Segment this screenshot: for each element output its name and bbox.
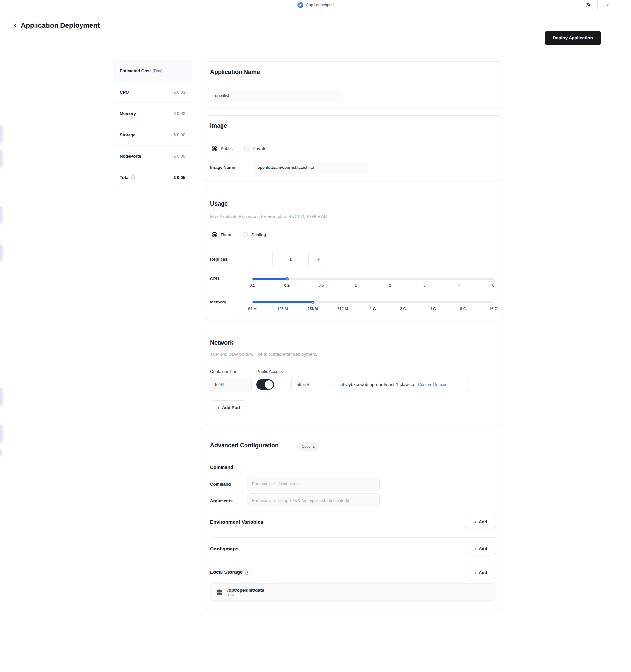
command-label: Command [210, 482, 231, 487]
usage-card: Usage Max Available Resources for Free p… [205, 189, 504, 320]
slider-tick-label: 8 [492, 284, 494, 287]
optional-badge: Optional [298, 442, 320, 451]
image-name-input[interactable] [258, 165, 364, 170]
usage-subtitle: Max Available Resources for Free plan: 4… [210, 214, 328, 219]
slider-tick-label: 128 M [277, 307, 288, 311]
plus-icon: + [473, 519, 476, 524]
public-radio-label: Public [220, 146, 233, 151]
cpu-slider-fill [252, 278, 287, 280]
cost-row-storage: Storage $ 0.00 [113, 124, 192, 145]
container-port-input[interactable] [215, 382, 247, 387]
network-title: Network [210, 339, 233, 346]
protocol-value: https:// [297, 382, 309, 387]
image-name-field [253, 161, 368, 174]
application-name-title: Application Name [210, 69, 260, 75]
application-name-card: Application Name [205, 62, 504, 109]
container-port-label: Container Port [210, 369, 238, 374]
fixed-radio-label: Fixed [220, 232, 231, 237]
minimize-button[interactable] [558, 0, 578, 10]
replicas-increment-button[interactable]: + [308, 252, 328, 267]
advanced-configuration-title: Advanced Configuration [210, 442, 279, 449]
private-radio[interactable] [244, 146, 250, 151]
cpu-slider[interactable] [252, 278, 493, 280]
titlebar-app-identity: App Launchpad [298, 0, 333, 10]
cost-row-memory: Memory $ 0.02 [113, 103, 192, 124]
slider-tick-label: 3 [423, 284, 425, 287]
titlebar: App Launchpad ✕ [0, 0, 631, 10]
memory-slider-ticks: 64 M128 M256 M512 M1 G2 G4 G8 G16 G [252, 307, 493, 312]
slider-tick-label: 8 G [460, 307, 466, 311]
restore-button[interactable] [578, 0, 598, 10]
storage-path: /opt/openlist/data [228, 587, 264, 593]
cost-label: NodePorts [120, 154, 141, 159]
cpu-slider-handle[interactable] [285, 277, 288, 281]
question-circle-icon[interactable]: ? [132, 175, 136, 180]
slider-tick-label: 2 G [400, 307, 406, 311]
scaling-radio-label: Scaling [251, 232, 266, 237]
local-storage-item[interactable]: /opt/openlist/data 1 Gi [210, 583, 496, 601]
add-configmap-button[interactable]: + Add [465, 542, 496, 555]
cost-row-cpu: CPU $ 0.03 [113, 81, 192, 103]
chevron-down-icon: ⌄ [329, 382, 332, 387]
cost-value: $ 0.00 [173, 154, 185, 159]
scaling-radio[interactable] [242, 232, 248, 238]
advanced-configuration-card: Advanced Configuration Optional Command … [205, 435, 504, 610]
fixed-radio[interactable] [212, 232, 217, 238]
public-radio[interactable] [212, 146, 217, 151]
add-port-button[interactable]: + Add Port [210, 400, 247, 414]
plus-icon: + [217, 405, 220, 410]
close-button[interactable]: ✕ [598, 0, 617, 10]
command-field [247, 477, 380, 491]
image-card: Image Public Private Image Name [205, 115, 504, 181]
slider-tick-label: 4 G [430, 307, 436, 311]
usage-mode-radio-group: Fixed Scaling [212, 232, 274, 238]
replicas-stepper: − 1 + [253, 251, 328, 267]
slider-tick-label: 256 M [307, 307, 318, 311]
custom-domain-link[interactable]: Custom Domain [418, 382, 448, 387]
peek-card [0, 449, 2, 455]
public-access-label: Public Access [256, 369, 283, 374]
cpu-label: CPU [210, 276, 219, 281]
memory-slider-handle[interactable] [311, 301, 314, 304]
peek-card [0, 244, 2, 261]
network-subtitle: TCP and UDP ports will be allocated afte… [210, 352, 317, 357]
arguments-input[interactable] [252, 498, 375, 503]
app-launchpad-window: App Launchpad ✕ Application Deployment D… [0, 0, 631, 672]
toggle-knob [264, 380, 273, 389]
divider [205, 396, 504, 396]
replicas-decrement-button[interactable]: − [253, 252, 273, 267]
storage-item-text: /opt/openlist/data 1 Gi [228, 587, 264, 597]
titlebar-app-name: App Launchpad [306, 3, 333, 7]
local-storage-label: Local Storage [210, 569, 242, 575]
add-label: Add [479, 546, 487, 551]
command-input[interactable] [252, 482, 375, 486]
cost-label: Total [120, 175, 130, 180]
memory-slider[interactable] [252, 301, 493, 303]
application-name-input[interactable] [215, 93, 337, 98]
slider-tick-label: 4 [458, 284, 460, 287]
app-launchpad-logo-icon [298, 2, 303, 8]
cost-label: CPU [120, 90, 128, 95]
add-label: Add [479, 570, 487, 575]
add-environment-variable-button[interactable]: + Add [465, 515, 496, 528]
cost-total-label: Total ? [120, 175, 136, 180]
peek-card [0, 150, 2, 167]
storage-size: 1 Gi [228, 593, 264, 597]
image-name-label: Image Name [210, 165, 235, 170]
replicas-label: Replicas [210, 257, 228, 262]
slider-tick-label: 1 [355, 284, 356, 287]
container-port-field [210, 377, 252, 392]
cost-row-total: Total ? $ 0.05 [113, 167, 192, 188]
public-access-toggle[interactable] [256, 379, 274, 389]
protocol-select[interactable]: https:// ⌄ [291, 377, 336, 391]
cost-label: Memory [120, 111, 136, 116]
minimize-icon [566, 5, 570, 5]
environment-variables-label: Environment Variables [210, 519, 263, 525]
info-circle-icon[interactable]: i [245, 570, 250, 575]
back-button[interactable] [12, 21, 19, 30]
add-local-storage-button[interactable]: + Add [465, 566, 496, 579]
deploy-application-button[interactable]: Deploy Application [544, 30, 601, 45]
local-storage-heading: Local Storage i [210, 569, 250, 575]
cpu-slider-ticks: 0.10.20.512348 [252, 284, 493, 288]
window-controls: ✕ [558, 0, 617, 10]
